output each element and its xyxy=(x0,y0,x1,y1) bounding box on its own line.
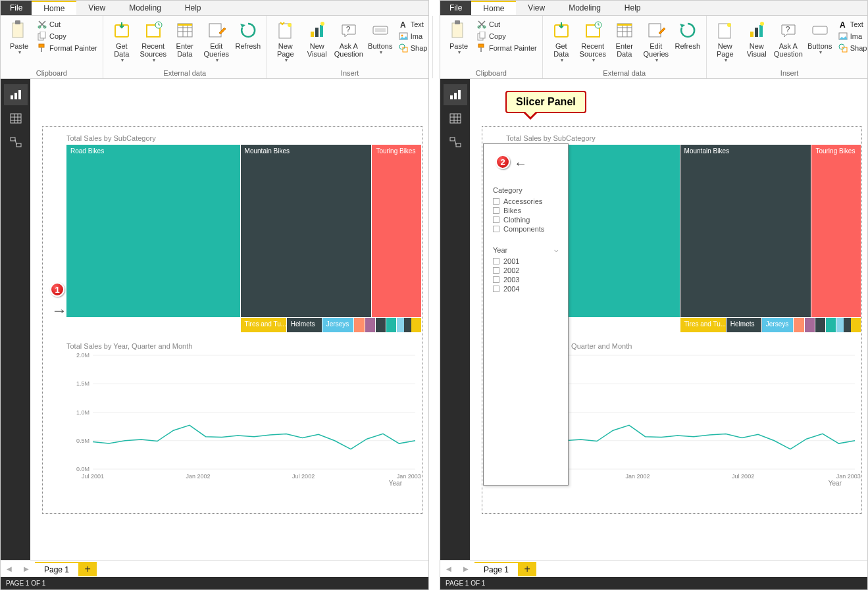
ask-a-question-button[interactable]: ?Ask A Question xyxy=(773,17,804,61)
next-page-button[interactable]: ▶ xyxy=(457,562,474,576)
treemap-cell[interactable] xyxy=(365,318,375,332)
edit-queries-button[interactable]: Edit Queries▾ xyxy=(640,17,672,66)
treemap-cell[interactable]: Touring Bikes xyxy=(811,145,861,317)
new-page-button[interactable]: New Page▾ xyxy=(270,17,301,66)
checkbox-icon[interactable] xyxy=(493,286,499,292)
next-page-button[interactable]: ▶ xyxy=(18,562,35,576)
treemap-cell[interactable]: Touring Bikes xyxy=(372,145,421,317)
slicer-option[interactable]: 2001 xyxy=(493,257,559,266)
recent-sources-button[interactable]: Recent Sources▾ xyxy=(138,17,169,66)
slicer-option[interactable]: Clothing xyxy=(493,215,559,224)
treemap-cell[interactable] xyxy=(386,318,396,332)
treemap-cell[interactable]: Tires and Tu... xyxy=(680,318,726,332)
report-view-button[interactable] xyxy=(4,84,28,105)
treemap-cell[interactable]: Road Bikes xyxy=(66,145,240,317)
paste-button[interactable]: Paste▾ xyxy=(443,17,474,59)
treemap-cell[interactable] xyxy=(376,318,386,332)
get-data-button[interactable]: Get Data▾ xyxy=(106,17,138,66)
slicer-option[interactable]: Components xyxy=(493,224,559,234)
text-button[interactable]: AText xyxy=(838,18,867,30)
open-slicer-arrow[interactable]: → xyxy=(51,301,67,320)
buttons-button[interactable]: Buttons▾ xyxy=(804,17,836,59)
image-button[interactable]: Ima xyxy=(838,30,867,42)
slicer-option[interactable]: 2003 xyxy=(493,275,559,284)
slicer-option[interactable]: 2004 xyxy=(493,284,559,293)
checkbox-icon[interactable] xyxy=(493,267,499,274)
tab-help[interactable]: Help xyxy=(613,1,653,15)
checkbox-icon[interactable] xyxy=(493,207,499,214)
close-slicer-arrow[interactable]: ← xyxy=(514,156,527,171)
prev-page-button[interactable]: ◀ xyxy=(440,562,457,576)
treemap-cell[interactable]: Jerseys xyxy=(322,318,354,332)
treemap-cell[interactable]: Jerseys xyxy=(762,318,794,332)
treemap-cell[interactable]: Tires and Tu... xyxy=(241,318,286,332)
get-data-button[interactable]: Get Data▾ xyxy=(546,17,577,66)
add-page-button[interactable]: + xyxy=(518,562,536,576)
tab-view[interactable]: View xyxy=(76,1,117,15)
format-painter-button[interactable]: Format Painter xyxy=(477,42,537,54)
format-painter-button[interactable]: Format Painter xyxy=(38,42,97,54)
file-menu[interactable]: File xyxy=(440,1,471,15)
enter-data-button[interactable]: Enter Data xyxy=(609,17,640,61)
shapes-button[interactable]: Shap xyxy=(399,42,428,54)
file-menu[interactable]: File xyxy=(1,1,32,15)
recent-sources-button[interactable]: Recent Sources▾ xyxy=(577,17,609,66)
tab-view[interactable]: View xyxy=(516,1,557,15)
add-page-button[interactable]: + xyxy=(78,562,97,576)
ask-a-question-button[interactable]: ?Ask A Question xyxy=(333,17,365,61)
treemap-cell[interactable]: Helmets xyxy=(287,318,322,332)
buttons-button[interactable]: Buttons▾ xyxy=(365,17,396,59)
treemap-cell[interactable] xyxy=(851,318,861,332)
checkbox-icon[interactable] xyxy=(493,198,499,205)
canvas[interactable]: Total Sales by SubCategory Road BikesMou… xyxy=(30,79,428,560)
treemap-cell[interactable] xyxy=(411,318,421,332)
model-view-button[interactable] xyxy=(4,132,28,153)
slicer-option[interactable]: Accessories xyxy=(493,197,559,206)
copy-button[interactable]: Copy xyxy=(477,30,537,42)
tab-modeling[interactable]: Modeling xyxy=(557,1,613,15)
linechart-visual[interactable]: Total Sales by Year, Quarter and Month 2… xyxy=(66,342,422,487)
slicer-panel[interactable]: 2 ← Category AccessoriesBikesClothingCom… xyxy=(483,143,569,486)
prev-page-button[interactable]: ◀ xyxy=(1,562,18,576)
treemap-cell[interactable]: Mountain Bikes xyxy=(680,145,811,317)
cut-button[interactable]: Cut xyxy=(477,18,537,30)
tab-home[interactable]: Home xyxy=(32,1,76,15)
edit-queries-button[interactable]: Edit Queries▾ xyxy=(201,17,232,66)
treemap-cell[interactable]: Helmets xyxy=(727,318,761,332)
cut-button[interactable]: Cut xyxy=(38,18,97,30)
page-tab-1[interactable]: Page 1 xyxy=(474,562,518,576)
data-view-button[interactable] xyxy=(4,108,28,129)
refresh-button[interactable]: Refresh xyxy=(672,17,703,53)
refresh-button[interactable]: Refresh xyxy=(232,17,264,53)
treemap-visual[interactable]: Total Sales by SubCategory Road BikesMou… xyxy=(66,134,422,333)
data-view-button[interactable] xyxy=(444,108,467,129)
shapes-button[interactable]: Shap xyxy=(838,42,867,54)
model-view-button[interactable] xyxy=(444,132,467,153)
text-button[interactable]: AText xyxy=(399,18,428,30)
treemap-cell[interactable] xyxy=(354,318,364,332)
copy-button[interactable]: Copy xyxy=(38,30,97,42)
checkbox-icon[interactable] xyxy=(493,226,499,232)
new-visual-button[interactable]: New Visual xyxy=(301,17,333,61)
new-page-button[interactable]: New Page▾ xyxy=(709,17,741,66)
tab-modeling[interactable]: Modeling xyxy=(117,1,173,15)
treemap-cell[interactable] xyxy=(815,318,825,332)
new-visual-button[interactable]: New Visual xyxy=(741,17,773,61)
checkbox-icon[interactable] xyxy=(493,258,499,264)
checkbox-icon[interactable] xyxy=(493,216,499,223)
treemap-cell[interactable] xyxy=(826,318,836,332)
chevron-down-icon[interactable]: ⌵ xyxy=(554,245,559,254)
treemap-cell[interactable] xyxy=(794,318,804,332)
paste-button[interactable]: Paste▾ xyxy=(3,17,35,59)
enter-data-button[interactable]: Enter Data xyxy=(169,17,201,61)
canvas[interactable]: Total Sales by SubCategory Road BikesMou… xyxy=(470,79,867,560)
page-tab-1[interactable]: Page 1 xyxy=(35,562,78,576)
slicer-option[interactable]: Bikes xyxy=(493,206,559,215)
image-button[interactable]: Ima xyxy=(399,30,428,42)
treemap-cell[interactable] xyxy=(805,318,815,332)
slicer-option[interactable]: 2002 xyxy=(493,266,559,275)
checkbox-icon[interactable] xyxy=(493,276,499,283)
tab-help[interactable]: Help xyxy=(173,1,213,15)
treemap-cell[interactable]: Mountain Bikes xyxy=(241,145,372,317)
report-view-button[interactable] xyxy=(444,84,467,105)
